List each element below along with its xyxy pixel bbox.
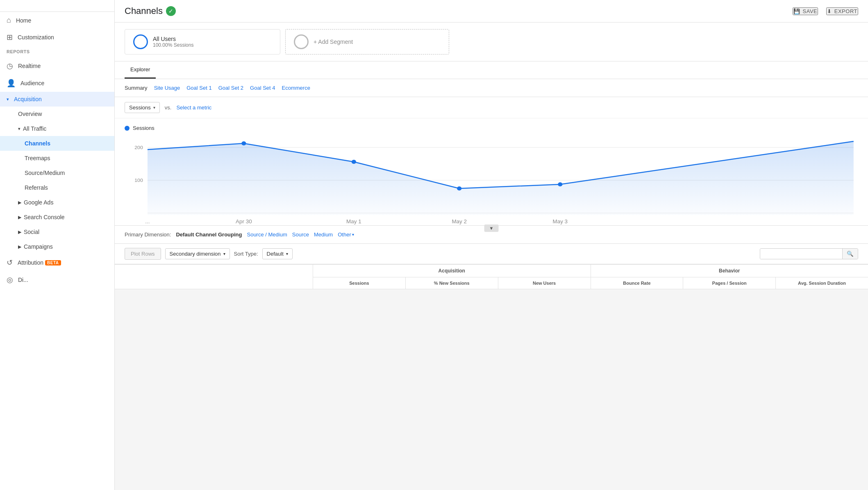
segment-circle-gray [294,34,309,49]
search-input[interactable] [760,249,842,259]
sidebar: ⌂ Home ⊞ Customization REPORTS ◷ Realtim… [0,0,115,490]
sidebar-treemaps-label: Treemaps [25,155,50,161]
chart-area: Sessions 200 100 [115,118,868,226]
secondary-dim-arrow-icon: ▾ [223,252,225,256]
sidebar-item-channels[interactable]: Channels [0,136,114,151]
data-table: Acquisition Sessions % New Sessions New … [115,264,868,289]
add-segment-card[interactable]: + Add Segment [285,29,449,54]
dim-link-medium[interactable]: Medium [314,231,333,238]
chart-point-apr30 [241,141,246,145]
subtab-ecommerce[interactable]: Ecommerce [282,83,310,93]
sidebar-item-home[interactable]: ⌂ Home [0,12,114,29]
social-expand-icon: ▶ [18,229,21,235]
tab-explorer[interactable]: Explorer [125,61,156,79]
campaigns-expand-icon: ▶ [18,244,21,250]
grid-icon: ⊞ [7,33,13,42]
chart-scroll-button[interactable]: ▼ [484,225,499,232]
search-button[interactable]: 🔍 [842,249,858,259]
secondary-dim-dropdown[interactable]: Secondary dimension ▾ [165,248,230,259]
all-traffic-expand-icon: ▾ [18,126,20,132]
sort-type-label: Sort Type: [234,251,258,257]
sidebar-campaigns-label: Campaigns [24,243,53,250]
sort-dropdown[interactable]: Default ▾ [262,248,293,259]
th-avg-duration[interactable]: Avg. Session Duration [776,277,868,289]
save-label: SAVE [803,8,818,14]
sidebar-audience-label: Audience [20,80,44,86]
dim-link-source-medium[interactable]: Source / Medium [247,231,287,238]
subtab-goal-set-2[interactable]: Goal Set 2 [218,83,243,93]
sidebar-item-search-console[interactable]: ▶ Search Console [0,210,114,225]
save-icon: 💾 [793,8,800,14]
acquisition-subheaders: Sessions % New Sessions New Users [313,277,591,289]
segment-info: All Users 100.00% Sessions [153,36,193,48]
sidebar-item-audience[interactable]: 👤 Audience [0,75,114,92]
th-bounce-rate[interactable]: Bounce Rate [591,277,684,289]
th-new-sessions[interactable]: % New Sessions [406,277,498,289]
sidebar-source-medium-label: Source/Medium [25,170,65,176]
sub-tabs: Summary Site Usage Goal Set 1 Goal Set 2… [115,79,868,97]
segment-circle-blue [133,34,148,49]
subtab-goal-set-4[interactable]: Goal Set 4 [250,83,275,93]
behavior-subheaders: Bounce Rate Pages / Session Avg. Session… [591,277,868,289]
other-label: Other [338,231,351,238]
main-header: Channels ✓ 💾 SAVE ⬇ EXPORT [115,0,868,23]
table-search: 🔍 [760,248,858,259]
home-icon: ⌂ [7,16,11,25]
sidebar-all-traffic-label: All Traffic [23,125,46,132]
main-header-left: Channels ✓ [125,6,176,16]
sidebar-item-referrals[interactable]: Referrals [0,180,114,195]
secondary-dim-label: Secondary dimension [170,251,221,257]
sidebar-item-acquisition[interactable]: ▾ Acquisition [0,92,114,107]
expand-icon: ▾ [7,97,9,102]
verified-icon: ✓ [166,6,176,16]
search-console-expand-icon: ▶ [18,215,21,220]
metric-dropdown[interactable]: Sessions ▾ [125,102,160,113]
plot-rows-button[interactable]: Plot Rows [125,248,161,260]
segments-row: All Users 100.00% Sessions + Add Segment [115,23,868,61]
subtab-site-usage[interactable]: Site Usage [154,83,180,93]
sidebar-customization-label: Customization [18,34,54,41]
primary-dim-label: Primary Dimension: [125,231,171,238]
metric-selector-row: Sessions ▾ vs. Select a metric [115,97,868,118]
subtab-summary[interactable]: Summary [125,83,148,93]
th-new-users[interactable]: New Users [498,277,591,289]
save-button[interactable]: 💾 SAVE [793,7,818,15]
primary-dim-value: Default Channel Grouping [176,231,242,238]
sidebar-item-di[interactable]: ◎ Di... [0,271,114,288]
sidebar-item-realtime[interactable]: ◷ Realtime [0,57,114,75]
main-content: Channels ✓ 💾 SAVE ⬇ EXPORT All Users 100… [115,0,868,490]
sidebar-item-attribution[interactable]: ↺ Attribution BETA [0,254,114,271]
sidebar-item-treemaps[interactable]: Treemaps [0,151,114,166]
dim-link-other[interactable]: Other ▾ [338,231,354,238]
sidebar-item-campaigns[interactable]: ▶ Campaigns [0,239,114,254]
select-metric-link[interactable]: Select a metric [176,104,211,111]
dim-link-source[interactable]: Source [292,231,309,238]
explorer-section: Explorer [115,61,868,79]
sidebar-item-social[interactable]: ▶ Social [0,225,114,239]
subtab-goal-set-1[interactable]: Goal Set 1 [186,83,211,93]
th-pages-session[interactable]: Pages / Session [683,277,776,289]
sidebar-search-console-label: Search Console [24,214,65,220]
sort-arrow-icon: ▾ [286,252,288,256]
sidebar-item-source-medium[interactable]: Source/Medium [0,166,114,180]
sidebar-realtime-label: Realtime [18,63,41,69]
sidebar-item-google-ads[interactable]: ▶ Google Ads [0,195,114,210]
di-icon: ◎ [7,275,13,284]
all-users-segment[interactable]: All Users 100.00% Sessions [125,29,280,54]
sidebar-item-overview[interactable]: Overview [0,107,114,121]
sidebar-item-customization[interactable]: ⊞ Customization [0,29,114,46]
svg-text:Apr 30: Apr 30 [236,219,252,225]
chart-container: 200 100 [125,135,858,225]
chart-svg: 200 100 [125,135,858,225]
sidebar-acquisition-label: Acquisition [14,96,42,102]
sidebar-item-all-traffic[interactable]: ▾ All Traffic [0,121,114,136]
sidebar-referrals-label: Referrals [25,184,48,191]
export-button[interactable]: ⬇ EXPORT [826,7,858,15]
table-col-acquisition-group: Acquisition Sessions % New Sessions New … [313,265,591,289]
sidebar-overview-label: Overview [18,111,42,117]
th-sessions[interactable]: Sessions [313,277,406,289]
sidebar-google-ads-label: Google Ads [24,199,53,206]
sidebar-home-label: Home [16,17,31,24]
svg-text:...: ... [145,219,150,225]
google-ads-expand-icon: ▶ [18,200,21,205]
